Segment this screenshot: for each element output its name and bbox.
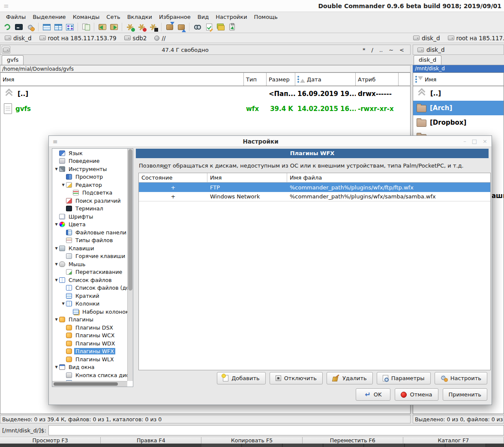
- fn-button-F3[interactable]: Просмотр F3: [0, 437, 101, 444]
- cancel-button[interactable]: Отмена: [395, 388, 438, 401]
- refresh-icon[interactable]: [2, 22, 12, 32]
- copy-file-names-icon[interactable]: [81, 22, 91, 32]
- fn-button-F4[interactable]: Правка F4: [101, 437, 201, 444]
- tree-item-Цвета[interactable]: ▼Цвета: [52, 221, 127, 229]
- nav-button-<[interactable]: <: [397, 47, 407, 53]
- drive-button-disk_d[interactable]: disk_d: [2, 34, 35, 42]
- nav-button-*[interactable]: *: [360, 47, 368, 53]
- collapse-arrow-icon[interactable]: ▼: [54, 262, 59, 266]
- tree-item-Файловые панели[interactable]: Файловые панели: [52, 228, 127, 237]
- tree-item-Вид окна[interactable]: ▼Вид окна: [52, 363, 127, 372]
- delete-button[interactable]: Удалить: [327, 372, 373, 384]
- go-forward-icon[interactable]: [108, 22, 119, 32]
- select-invert-icon[interactable]: [148, 22, 159, 32]
- right-path-bar[interactable]: /mnt/disk_d: [413, 65, 504, 72]
- column-header-date[interactable]: Дата: [295, 73, 356, 86]
- tree-item-Плагины[interactable]: ▼Плагины: [52, 316, 127, 324]
- collapse-arrow-icon[interactable]: ▼: [54, 246, 59, 250]
- collapse-arrow-icon[interactable]: ▼: [54, 278, 59, 282]
- minimize-icon[interactable]: –: [463, 138, 466, 144]
- drive-button-sdb2[interactable]: sdb2: [121, 34, 150, 42]
- left-path-bar[interactable]: /home/mial/Downloads/gvfs: [0, 65, 411, 72]
- view-brief-icon[interactable]: [53, 22, 63, 32]
- close-icon[interactable]: ×: [483, 138, 487, 144]
- column-header-name[interactable]: Имя: [0, 73, 244, 86]
- fn-button-F6[interactable]: Переместить F6: [303, 437, 403, 444]
- go-back-icon[interactable]: [97, 22, 108, 32]
- add-button[interactable]: Добавить: [217, 372, 265, 384]
- drive-button-root на 185.117.15[interactable]: root на 185.117.15: [445, 34, 504, 42]
- ok-button[interactable]: ↵OK: [356, 388, 390, 401]
- file-row-parent-dir[interactable]: [..] <Пап... 16.09.2019 19... drwx------: [0, 86, 410, 101]
- tree-item-Плагины DSX[interactable]: Плагины DSX: [52, 324, 127, 332]
- column-header-attr[interactable]: Атриб: [356, 73, 399, 86]
- tree-item-Колонки[interactable]: ▼Колонки: [52, 300, 127, 308]
- tree-vertical-scrollbar[interactable]: [127, 149, 133, 381]
- tree-item-Кнопка списка диск[interactable]: Кнопка списка диск: [52, 371, 127, 379]
- tree-item-Наборы колонок[interactable]: Наборы колонок: [52, 308, 127, 316]
- drive-button-disk_d[interactable]: disk_d: [410, 34, 443, 42]
- options-icon[interactable]: [25, 22, 36, 32]
- menu-item-Настройки[interactable]: Настройки: [212, 13, 250, 21]
- pack-icon[interactable]: [164, 22, 175, 32]
- parameters-button[interactable]: Параметры: [377, 372, 431, 384]
- menu-item-Выделение[interactable]: Выделение: [29, 13, 69, 21]
- fn-button-F5[interactable]: Копировать F5: [201, 437, 302, 444]
- select-add-icon[interactable]: [125, 22, 135, 32]
- menu-item-Вкладки[interactable]: Вкладки: [124, 13, 156, 21]
- tree-item-Инструменты[interactable]: ▼Инструменты: [52, 165, 127, 173]
- drive-button-//[interactable]: //: [151, 34, 168, 42]
- collapse-arrow-icon[interactable]: ▼: [54, 167, 59, 171]
- collapse-arrow-icon[interactable]: ▼: [60, 302, 66, 306]
- collapse-arrow-icon[interactable]: ▼: [54, 365, 59, 369]
- select-remove-icon[interactable]: [136, 22, 147, 32]
- menu-item-Команды[interactable]: Команды: [69, 13, 103, 21]
- column-header-name[interactable]: Имя: [207, 173, 287, 182]
- tree-item-Краткий[interactable]: Краткий: [52, 292, 127, 300]
- view-full-icon[interactable]: [41, 22, 52, 32]
- tree-item-Типы файлов[interactable]: Типы файлов: [52, 237, 127, 245]
- left-drive-menu-button[interactable]: [2, 46, 10, 54]
- collapse-arrow-icon[interactable]: ▼: [60, 183, 66, 187]
- menu-item-Файлы[interactable]: Файлы: [3, 13, 29, 21]
- column-header-filename[interactable]: Имя файла: [287, 173, 490, 182]
- tree-item-Терминал[interactable]: Терминал: [52, 205, 127, 213]
- menu-item-Помощь[interactable]: Помощь: [251, 13, 281, 21]
- tree-item-Просмотр[interactable]: Просмотр: [52, 173, 127, 181]
- disable-button[interactable]: Отключить: [270, 372, 323, 384]
- properties-icon[interactable]: [227, 22, 237, 32]
- search-icon[interactable]: [192, 22, 203, 32]
- column-header-name[interactable]: Имя: [413, 73, 504, 86]
- maximize-icon[interactable]: □: [472, 138, 477, 144]
- menu-item-Избранное[interactable]: Избранное: [156, 13, 194, 21]
- fn-button-F7[interactable]: Каталог F7: [403, 437, 504, 444]
- tree-item-Плагины WDX[interactable]: Плагины WDX: [52, 339, 127, 348]
- tree-item-Плагины WFX[interactable]: Плагины WFX: [52, 348, 127, 356]
- tab-gvfs[interactable]: gvfs: [2, 55, 24, 65]
- dialog-menu-icon[interactable]: ≡: [53, 138, 58, 145]
- tree-item-Список файлов (доп[interactable]: Список файлов (доп: [52, 284, 127, 292]
- tree-item-Мышь[interactable]: ▼Мышь: [52, 260, 127, 268]
- terminal-icon[interactable]: [13, 22, 24, 32]
- tree-item-Плагины WLX[interactable]: Плагины WLX: [52, 355, 127, 363]
- plugin-row-windows-network[interactable]: + Windows Network %commander_path%/plugi…: [139, 192, 490, 201]
- column-header-size[interactable]: Размер: [267, 73, 295, 86]
- titlebar-menu-icon[interactable]: ≡: [3, 2, 9, 10]
- tree-item-Поведение[interactable]: Поведение: [52, 157, 127, 165]
- tree-item-Плагины WCX[interactable]: Плагины WCX: [52, 332, 127, 340]
- scrollbar-thumb[interactable]: [128, 149, 132, 291]
- apply-button[interactable]: Применить: [443, 388, 487, 401]
- menu-item-Вид[interactable]: Вид: [194, 13, 212, 21]
- collapse-arrow-icon[interactable]: ▼: [54, 222, 59, 226]
- tab-disk-d[interactable]: disk_d: [414, 55, 441, 65]
- tree-item-Клавиши[interactable]: ▼Клавиши: [52, 244, 127, 252]
- tree-item-Язык[interactable]: Язык: [52, 149, 127, 157]
- tree-horizontal-scrollbar[interactable]: [52, 381, 127, 387]
- menu-item-Сеть[interactable]: Сеть: [103, 13, 123, 21]
- plugin-row-ftp[interactable]: + FTP %commander_path%/plugins/wfx/ftp/f…: [139, 183, 490, 192]
- unpack-icon[interactable]: [176, 22, 186, 32]
- column-header-type[interactable]: Тип: [244, 73, 267, 86]
- tree-item-Список файлов[interactable]: ▼Список файлов: [52, 276, 127, 284]
- nav-button-~[interactable]: ~: [386, 47, 396, 53]
- configure-button[interactable]: Настроить: [435, 372, 487, 384]
